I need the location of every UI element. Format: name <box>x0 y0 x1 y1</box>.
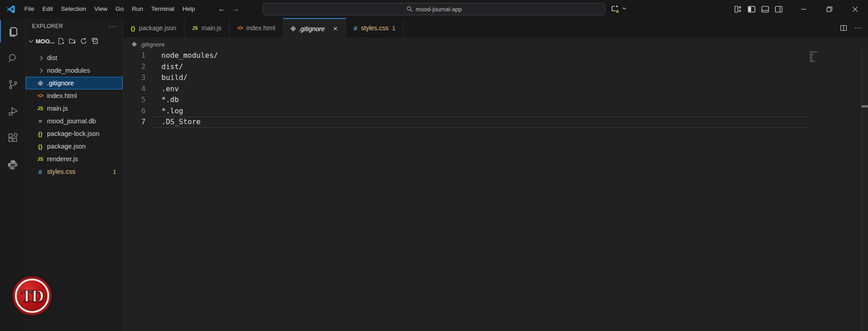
line-number: 1 <box>123 50 146 61</box>
activity-run-debug-button[interactable] <box>0 98 26 125</box>
toggle-primary-sidebar-button[interactable] <box>745 0 758 18</box>
tree-item-dist[interactable]: dist <box>26 51 123 64</box>
js-file-icon: JS <box>192 25 198 31</box>
minimize-button[interactable] <box>791 0 816 18</box>
new-file-button[interactable] <box>57 37 65 45</box>
panel-right-icon <box>775 5 783 13</box>
file-label: package-lock.json <box>47 130 99 137</box>
json-file-icon: {} <box>131 25 135 32</box>
chevron-right-icon <box>38 56 42 60</box>
breadcrumb[interactable]: .gitignore <box>123 38 868 50</box>
close-window-button[interactable] <box>842 0 868 18</box>
menu-edit[interactable]: Edit <box>38 0 57 18</box>
extensions-icon <box>7 132 19 144</box>
code-line-active: 7 .DS_Store <box>123 117 868 128</box>
line-number: 7 <box>123 117 146 128</box>
tab-package-json[interactable]: {} package.json <box>123 18 184 38</box>
collapse-folders-button[interactable] <box>91 37 99 45</box>
breadcrumb-label: .gitignore <box>140 41 165 48</box>
restore-button[interactable] <box>816 0 842 18</box>
menu-help[interactable]: Help <box>178 0 199 18</box>
tab-label: index.html <box>246 24 275 32</box>
tree-item-styles-css[interactable]: # styles.css 1 <box>26 165 123 178</box>
command-center-search[interactable]: mood-journal-app <box>263 3 605 15</box>
title-bar: File Edit Selection View Go Run Terminal… <box>0 0 868 18</box>
file-label: mood_journal.db <box>47 117 96 125</box>
tree-item-node-modules[interactable]: node_modules <box>26 64 123 77</box>
editor-more-actions-button[interactable]: ··· <box>854 24 862 32</box>
close-tab-button[interactable]: ✕ <box>333 25 338 32</box>
line-text: *.db <box>161 94 179 106</box>
tab-bar: {} package.json JS main.js <> index.html… <box>123 18 868 38</box>
menu-file[interactable]: File <box>20 0 38 18</box>
line-text: .DS_Store <box>161 117 201 128</box>
minimap-line <box>810 61 815 62</box>
customize-layout-icon <box>734 5 742 13</box>
file-label: package.json <box>47 143 85 150</box>
overview-ruler-cursor-marker <box>862 105 868 107</box>
vertical-scrollbar[interactable] <box>861 50 868 331</box>
line-text: *.log <box>161 106 183 117</box>
tab-gitignore[interactable]: .gitignore ✕ <box>283 18 346 38</box>
explorer-root-folder[interactable]: MOO... <box>26 34 123 48</box>
search-icon <box>406 6 413 12</box>
file-label: index.html <box>47 92 77 99</box>
search-icon <box>7 52 19 64</box>
new-folder-button[interactable] <box>69 37 76 45</box>
tree-item-mood-journal-db[interactable]: ≡ mood_journal.db <box>26 115 123 127</box>
menu-terminal[interactable]: Terminal <box>147 0 178 18</box>
menu-run[interactable]: Run <box>128 0 147 18</box>
tree-item-package-json[interactable]: {} package.json <box>26 140 123 153</box>
minimap-line <box>810 55 813 56</box>
source-control-icon <box>7 79 19 90</box>
tab-styles-css[interactable]: # styles.css 1 <box>346 18 403 38</box>
minimap[interactable] <box>810 51 817 63</box>
toggle-panel-button[interactable] <box>758 0 772 18</box>
tab-label: package.json <box>139 24 176 32</box>
tab-main-js[interactable]: JS main.js <box>184 18 230 38</box>
tree-item-gitignore[interactable]: .gitignore <box>26 77 123 89</box>
file-label: .gitignore <box>47 79 74 87</box>
python-icon <box>7 159 19 171</box>
refresh-explorer-button[interactable] <box>80 37 87 45</box>
line-number: 2 <box>123 61 146 73</box>
copilot-button[interactable] <box>610 4 627 14</box>
json-file-icon: {} <box>38 143 42 150</box>
back-arrow-icon[interactable]: ← <box>218 5 226 14</box>
explorer-more-actions-button[interactable]: ··· <box>108 23 116 30</box>
run-debug-icon <box>7 106 19 117</box>
tree-item-index-html[interactable]: <> index.html <box>26 89 123 102</box>
menu-selection[interactable]: Selection <box>57 0 90 18</box>
file-label: renderer.js <box>47 155 78 163</box>
forward-arrow-icon[interactable]: → <box>232 5 240 14</box>
explorer-title: EXPLORER <box>32 23 63 29</box>
line-text: .env <box>161 84 179 95</box>
menu-go[interactable]: Go <box>112 0 128 18</box>
activity-explorer-button[interactable] <box>0 18 26 45</box>
tab-index-html[interactable]: <> index.html <box>230 18 283 38</box>
js-file-icon: JS <box>38 106 43 111</box>
root-folder-label: MOO... <box>36 38 55 45</box>
toggle-secondary-sidebar-button[interactable] <box>772 0 785 18</box>
activity-search-button[interactable] <box>0 45 26 71</box>
activity-source-control-button[interactable] <box>0 71 26 98</box>
search-value: mood-journal-app <box>416 6 462 13</box>
customize-layout-button[interactable] <box>731 0 745 18</box>
menu-view[interactable]: View <box>90 0 112 18</box>
activity-python-button[interactable] <box>0 151 26 178</box>
html-file-icon: <> <box>38 93 43 99</box>
css-file-icon: # <box>354 24 357 32</box>
explorer-icon <box>7 26 19 37</box>
split-editor-button[interactable] <box>840 24 847 32</box>
td-logo-circle: TD <box>15 279 49 313</box>
minimap-line <box>810 60 813 61</box>
code-line: 2 dist/ <box>123 61 868 73</box>
gitignore-file-icon <box>132 42 137 47</box>
tree-item-package-lock-json[interactable]: {} package-lock.json <box>26 127 123 140</box>
tree-item-renderer-js[interactable]: JS renderer.js <box>26 153 123 165</box>
activity-extensions-button[interactable] <box>0 125 26 151</box>
tab-label: .gitignore <box>299 25 325 33</box>
tree-item-main-js[interactable]: JS main.js <box>26 102 123 115</box>
file-tree: dist node_modules .gitignore <> index.ht… <box>26 48 123 178</box>
code-editor[interactable]: 1 node_modules/ 2 dist/ 3 build/ 4 .env … <box>123 50 868 331</box>
